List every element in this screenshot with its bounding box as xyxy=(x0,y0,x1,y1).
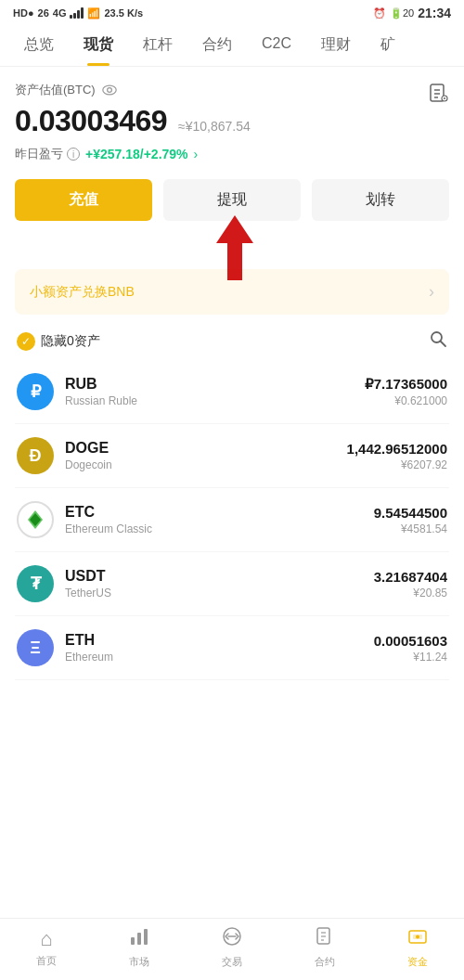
filter-row: ✓ 隐藏0资产 xyxy=(15,329,449,353)
btc-value: 0.03003469 xyxy=(15,104,167,138)
tab-mining[interactable]: 矿 xyxy=(366,24,410,66)
rub-cny: ¥0.621000 xyxy=(365,394,447,407)
tab-overview[interactable]: 总览 xyxy=(9,24,69,66)
usdt-info: USDT TetherUS xyxy=(65,568,374,600)
eth-cny: ¥11.24 xyxy=(374,651,447,664)
rub-amounts: ₽7.17365000 ¥0.621000 xyxy=(365,376,447,407)
tab-finance[interactable]: 理财 xyxy=(306,24,366,66)
svg-line-11 xyxy=(441,342,446,347)
time-label: 21:34 xyxy=(418,6,451,20)
usdt-icon: ₮ xyxy=(17,565,54,602)
etc-info: ETC Ethereum Classic xyxy=(65,504,374,535)
bar4 xyxy=(81,7,84,19)
signal-bars xyxy=(70,7,84,19)
eth-icon: Ξ xyxy=(17,629,54,666)
contract-label: 合约 xyxy=(315,955,335,969)
nav-home[interactable]: ⌂ 首页 xyxy=(0,927,93,968)
status-bar: HD● 26 4G 📶 23.5 K/s ⏰ 🔋20 21:34 xyxy=(0,0,464,24)
profit-label: 昨日盈亏 i xyxy=(15,146,80,162)
tab-c2c[interactable]: C2C xyxy=(247,24,306,66)
swap-arrow-icon: › xyxy=(429,282,434,302)
nav-trade[interactable]: 交易 xyxy=(186,926,278,969)
doge-icon: Ð xyxy=(17,437,54,474)
status-signal: 26 xyxy=(38,7,49,19)
nav-contract[interactable]: 合约 xyxy=(278,926,371,969)
asset-valuation-row: 资产估值(BTC) 0.03003469 ≈¥10,867.54 昨日盈亏 i … xyxy=(15,82,449,162)
hide-label: 隐藏0资产 xyxy=(41,333,100,350)
home-label: 首页 xyxy=(36,954,57,968)
asset-label-row: 资产估值(BTC) xyxy=(15,82,251,98)
svg-marker-13 xyxy=(30,513,41,526)
eth-info: ETH Ethereum xyxy=(65,632,374,664)
asset-item-etc[interactable]: ETC Ethereum Classic 9.54544500 ¥4581.54 xyxy=(15,488,449,552)
doge-balance: 1,442.96512000 xyxy=(347,441,447,457)
asset-info: 资产估值(BTC) 0.03003469 ≈¥10,867.54 昨日盈亏 i … xyxy=(15,82,251,162)
tab-leverage[interactable]: 杠杆 xyxy=(128,24,187,66)
transfer-button[interactable]: 划转 xyxy=(312,179,449,221)
status-right: ⏰ 🔋20 21:34 xyxy=(373,6,451,20)
market-label: 市场 xyxy=(129,955,149,969)
svg-point-1 xyxy=(107,88,111,93)
nav-market[interactable]: 市场 xyxy=(93,926,186,969)
etc-symbol: ETC xyxy=(65,504,374,521)
doge-cny: ¥6207.92 xyxy=(347,458,447,471)
nav-tabs: 总览 现货 杠杆 合约 C2C 理财 矿 xyxy=(0,24,464,67)
nav-funds[interactable]: 资金 xyxy=(371,926,464,969)
asset-list: ₽ RUB Russian Ruble ₽7.17365000 ¥0.62100… xyxy=(15,360,449,680)
swap-text: 小额资产兑换BNB xyxy=(30,284,135,301)
info-icon: i xyxy=(67,148,80,161)
trade-icon xyxy=(222,926,242,952)
status-left: HD● 26 4G 📶 23.5 K/s xyxy=(13,7,143,19)
profit-row: 昨日盈亏 i +¥257.18/+2.79% › xyxy=(15,146,251,162)
search-icon[interactable] xyxy=(429,329,447,353)
hide-assets[interactable]: ✓ 隐藏0资产 xyxy=(17,332,100,351)
tab-spot[interactable]: 现货 xyxy=(69,24,128,66)
etc-icon xyxy=(17,501,54,538)
asset-item-doge[interactable]: Ð DOGE Dogecoin 1,442.96512000 ¥6207.92 xyxy=(15,424,449,488)
bar2 xyxy=(73,13,76,19)
funds-label: 资金 xyxy=(407,955,428,969)
usdt-symbol: USDT xyxy=(65,568,374,585)
eye-icon[interactable] xyxy=(101,82,118,98)
usdt-name: TetherUS xyxy=(65,587,374,600)
usdt-amounts: 3.21687404 ¥20.85 xyxy=(374,569,447,600)
asset-item-rub[interactable]: ₽ RUB Russian Ruble ₽7.17365000 ¥0.62100… xyxy=(15,360,449,424)
rub-name: Russian Ruble xyxy=(65,394,365,407)
usdt-balance: 3.21687404 xyxy=(374,569,447,585)
wifi-icon: 📶 xyxy=(87,7,100,19)
profit-arrow: › xyxy=(194,147,199,161)
profit-value: +¥257.18/+2.79% xyxy=(85,147,188,161)
status-hd: HD● xyxy=(13,7,34,19)
swap-banner[interactable]: 小额资产兑换BNB › xyxy=(15,269,449,315)
tab-contract[interactable]: 合约 xyxy=(187,24,247,66)
svg-rect-14 xyxy=(131,937,135,945)
etc-name: Ethereum Classic xyxy=(65,522,374,535)
svg-point-24 xyxy=(416,935,419,939)
battery-icon: 🔋20 xyxy=(390,7,414,19)
rub-symbol: RUB xyxy=(65,376,365,393)
withdraw-wrapper: 提现 xyxy=(163,179,301,221)
etc-amounts: 9.54544500 ¥4581.54 xyxy=(374,505,447,535)
speed-label: 23.5 K/s xyxy=(104,7,143,19)
cny-approx: ≈¥10,867.54 xyxy=(178,119,251,134)
etc-balance: 9.54544500 xyxy=(374,505,447,521)
bar1 xyxy=(70,15,72,19)
asset-item-eth[interactable]: Ξ ETH Ethereum 0.00051603 ¥11.24 xyxy=(15,616,449,680)
doge-name: Dogecoin xyxy=(65,458,347,471)
withdraw-button[interactable]: 提现 xyxy=(163,179,301,221)
svg-rect-15 xyxy=(137,933,141,945)
eth-name: Ethereum xyxy=(65,651,374,664)
svg-rect-16 xyxy=(144,929,148,945)
record-icon[interactable] xyxy=(427,82,449,104)
eth-balance: 0.00051603 xyxy=(374,633,447,649)
charge-button[interactable]: 充值 xyxy=(15,179,152,221)
alarm-icon: ⏰ xyxy=(373,7,386,19)
btc-row: 0.03003469 ≈¥10,867.54 xyxy=(15,104,251,138)
svg-point-0 xyxy=(102,85,115,95)
eth-amounts: 0.00051603 ¥11.24 xyxy=(374,633,447,664)
doge-info: DOGE Dogecoin xyxy=(65,440,347,471)
asset-label-text: 资产估值(BTC) xyxy=(15,82,96,98)
market-icon xyxy=(129,926,149,952)
status-4g: 4G xyxy=(53,7,67,19)
asset-item-usdt[interactable]: ₮ USDT TetherUS 3.21687404 ¥20.85 xyxy=(15,552,449,616)
